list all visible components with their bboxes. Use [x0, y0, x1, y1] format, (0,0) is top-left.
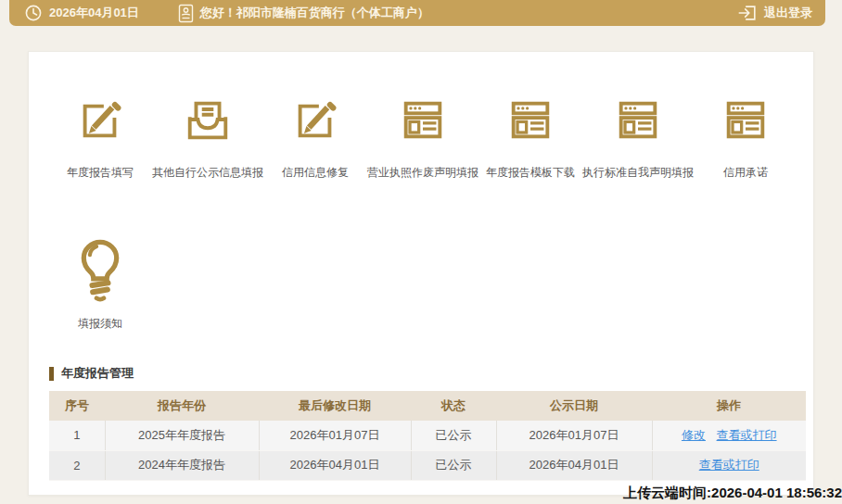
cell-index: 2 [49, 450, 105, 480]
table-row: 1 2025年年度报告 2026年01月07日 已公示 2026年01月07日 … [49, 421, 806, 450]
webpage-icon [397, 94, 449, 146]
menu-item-report-template-download[interactable]: 年度报告模板下载 [477, 94, 584, 181]
cell-status: 已公示 [411, 421, 496, 450]
logout-label: 退出登录 [764, 5, 812, 21]
webpage-icon [612, 94, 664, 146]
col-header-year: 报告年份 [105, 391, 259, 421]
menu-item-standard-self-declare[interactable]: 执行标准自我声明填报 [584, 94, 692, 181]
cell-modified-date: 2026年01月07日 [259, 421, 411, 450]
menu-item-annual-report-fill[interactable]: 年度报告填写 [46, 94, 154, 181]
menu-item-other-disclosure[interactable]: 其他自行公示信息填报 [154, 94, 262, 181]
menu-item-label: 填报须知 [78, 316, 122, 332]
menu-item-label: 年度报告模板下载 [486, 165, 575, 181]
logout-button[interactable]: 退出登录 [737, 3, 812, 23]
webpage-icon [720, 94, 772, 146]
annual-report-table: 序号 报告年份 最后修改日期 状态 公示日期 操作 1 2025年年度报告 20… [49, 391, 806, 481]
view-or-print-link[interactable]: 查看或打印 [699, 458, 759, 472]
logout-arrow-icon [737, 3, 758, 23]
topbar-date-group: 2026年04月01日 [24, 4, 139, 22]
menu-item-credit-commitment[interactable]: 信用承诺 [692, 94, 799, 181]
inbox-document-icon [182, 94, 234, 146]
topbar-greeting-group: 您好！祁阳市隆楠百货商行（个体工商户） [178, 4, 429, 23]
cell-actions: 查看或打印 [652, 450, 806, 480]
cell-report-year: 2024年年度报告 [105, 450, 259, 480]
upload-cloud-time: 上传云端时间:2026-04-01 18:56:32 [623, 485, 842, 502]
cell-published-date: 2026年01月07日 [496, 421, 652, 450]
menu-item-license-void-declare[interactable]: 营业执照作废声明填报 [369, 94, 477, 181]
clock-icon [24, 4, 43, 22]
table-header-row: 序号 报告年份 最后修改日期 状态 公示日期 操作 [49, 391, 806, 421]
menu-item-label: 信用承诺 [723, 165, 768, 181]
report-section-head: 年度报告管理 [49, 365, 813, 382]
cell-status: 已公示 [411, 450, 496, 480]
col-header-status: 状态 [411, 391, 496, 421]
lightbulb-icon [65, 233, 135, 303]
menu-item-label: 营业执照作废声明填报 [367, 165, 478, 181]
modify-link[interactable]: 修改 [682, 428, 706, 442]
cell-actions: 修改 查看或打印 [652, 421, 806, 450]
edit-icon [289, 94, 341, 146]
current-date: 2026年04月01日 [49, 5, 139, 21]
menu-item-filing-notice[interactable]: 填报须知 [46, 233, 154, 332]
view-or-print-link[interactable]: 查看或打印 [717, 428, 777, 442]
section-title: 年度报告管理 [61, 365, 134, 382]
menu-item-label: 信用信息修复 [282, 165, 349, 181]
col-header-published: 公示日期 [496, 391, 652, 421]
menu-item-label: 执行标准自我声明填报 [582, 165, 694, 181]
topbar: 2026年04月01日 您好！祁阳市隆楠百货商行（个体工商户） 退出登录 [9, 0, 825, 26]
cell-index: 1 [49, 421, 105, 450]
cell-modified-date: 2026年04月01日 [259, 450, 411, 480]
menu-item-credit-repair[interactable]: 信用信息修复 [262, 94, 369, 181]
webpage-icon [504, 94, 556, 146]
cell-report-year: 2025年年度报告 [105, 421, 259, 450]
menu-row-primary: 年度报告填写 其他自行公示信息填报 [29, 52, 813, 181]
col-header-index: 序号 [49, 391, 105, 421]
edit-icon [74, 94, 126, 146]
table-row: 2 2024年年度报告 2026年04月01日 已公示 2026年04月01日 … [49, 450, 806, 480]
user-greeting: 您好！祁阳市隆楠百货商行（个体工商户） [200, 5, 429, 21]
menu-item-label: 其他自行公示信息填报 [152, 165, 263, 181]
menu-item-label: 年度报告填写 [67, 165, 134, 181]
col-header-actions: 操作 [652, 391, 806, 421]
section-accent-bar [49, 367, 54, 381]
user-card-icon [178, 4, 194, 23]
cell-published-date: 2026年04月01日 [496, 450, 652, 480]
col-header-modified: 最后修改日期 [259, 391, 411, 421]
menu-row-secondary: 填报须知 [29, 181, 813, 332]
main-panel: 年度报告填写 其他自行公示信息填报 [28, 51, 814, 496]
